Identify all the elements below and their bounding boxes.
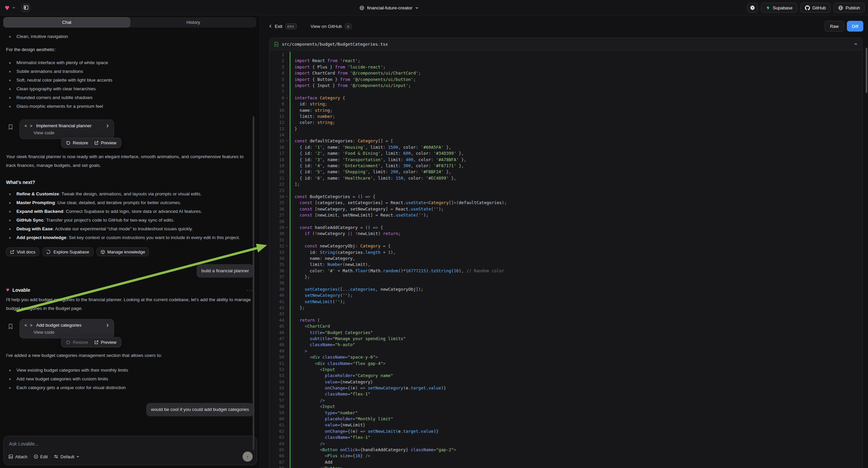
line-number: 68 [270,465,284,468]
model-selector[interactable]: Default [54,454,80,459]
fold-toggle [284,274,289,280]
fold-toggle [284,305,289,311]
chat-input[interactable] [9,441,251,446]
logo-menu-chevron-down-icon[interactable] [12,6,16,9]
view-on-github-button[interactable]: View on GitHub G [311,24,352,29]
code-line: 53 placeholder="Category name" [270,373,862,379]
bookmark-icon[interactable] [8,324,13,329]
publish-button[interactable]: Publish [833,3,865,13]
lovable-logo-icon[interactable]: ♥ [5,4,9,12]
restore-button[interactable]: Restore [66,140,88,145]
list-item: Refine & Customize: Tweak the design, an… [6,190,254,198]
preview-button[interactable]: Preview [94,140,117,145]
bookmark-icon[interactable] [8,124,13,130]
list-item: GitHub Sync: Transfer your project's cod… [6,216,254,225]
tab-chat[interactable]: Chat [3,17,130,28]
chevron-right-icon [106,124,109,128]
github-button[interactable]: GitHub [800,3,830,13]
line-number: 11 [270,114,284,119]
line-number: 18 [270,157,284,163]
supabase-button[interactable]: Supabase [761,3,797,13]
attach-button[interactable]: Attach [8,454,28,459]
assistant-intro-paragraph: I'll help you add budget categories to t… [6,295,254,313]
line-number: 28 [270,218,284,225]
line-number: 41 [270,299,284,305]
line-number: 29 [270,225,284,231]
line-number: 34 [270,256,284,262]
code-line: 14 [270,132,862,138]
code-scrollbar[interactable] [866,48,867,93]
fold-toggle[interactable]: ▾ [284,243,289,249]
fold-toggle[interactable]: ▾ [284,95,289,101]
manage-knowledge-button[interactable]: Manage knowledge [97,247,149,256]
code-line: 16 { id: '1', name: 'Housing', limit: 15… [270,144,862,150]
project-chevron-down-icon [415,6,419,10]
line-number: 61 [270,422,284,428]
explore-supabase-button[interactable]: Explore Supabase [42,247,93,256]
fold-toggle [284,360,289,367]
fold-toggle [284,311,289,317]
fold-toggle [284,429,289,434]
fold-toggle [284,144,289,150]
github-icon [805,5,810,10]
visit-docs-button[interactable]: Visit docs [6,247,39,256]
chat-panel: Chat History Clean, intuitive navigation… [0,16,260,468]
list-item: Expand with Backend: Connect Supabase to… [6,207,254,216]
chevron-down-icon [76,455,80,458]
raw-toggle-button[interactable]: Raw [825,21,844,32]
line-number: 17 [270,150,284,156]
restore-icon [66,340,70,345]
line-number: 1 [270,52,284,58]
code-line: 13} [270,126,862,132]
code-line: 39 setCategories([...categories, newCate… [270,286,862,292]
toggle-sidebar-button[interactable] [22,3,30,12]
settings-button[interactable] [747,3,758,13]
tab-history[interactable]: History [130,17,256,28]
user-message-bubble: would be cool if you could add budget ca… [146,403,254,416]
version-card-implement-financial-planner[interactable]: < > Implement financial planner View cod… [20,119,114,139]
fold-toggle[interactable]: ▾ [284,194,289,200]
collapse-file-button[interactable] [854,42,858,45]
code-line: 48 className="h-auto" [270,342,862,348]
line-number: 45 [270,323,284,329]
line-number: 33 [270,250,284,256]
code-line: 11 limit: number; [270,114,862,119]
chat-scrollbar[interactable] [253,116,254,450]
code-editor[interactable]: 12import React from 'react';3import { Pl… [270,50,862,468]
code-line: 10 name: string; [270,108,862,114]
diff-toggle-button[interactable]: Diff [847,21,863,32]
version-card-add-budget-categories[interactable]: < > Add budget categories View code Rest… [20,319,114,339]
fold-toggle[interactable]: ▾ [284,138,289,144]
fold-toggle [284,342,289,348]
fold-toggle [284,317,289,323]
fold-toggle[interactable]: ▾ [284,225,289,231]
clipped-bullet-list: Clean, intuitive navigation [6,32,254,41]
file-header[interactable]: src/components/budget/BudgetCategories.t… [270,38,862,50]
fold-toggle [284,157,289,163]
fold-toggle [284,367,289,373]
fold-toggle [284,200,289,206]
code-line: 12 color: string; [270,119,862,125]
code-line: 27 const [newLimit, setNewLimit] = React… [270,212,862,218]
project-switcher[interactable]: financial-future-creator [359,0,419,16]
version-card-title: Implement financial planner [36,123,103,128]
line-number: 31 [270,237,284,243]
line-number: 15 [270,138,284,144]
code-line: 34 name: newCategory, [270,256,862,262]
preview-button[interactable]: Preview [94,340,117,345]
restore-button[interactable]: Restore [66,340,88,345]
view-code-link[interactable]: View code [34,130,109,135]
exit-button[interactable]: Exit ESC [269,24,297,29]
code-line: 28 [270,218,862,225]
line-number: 24 [270,194,284,200]
chat-scrollback: Clean, intuitive navigation For the desi… [0,28,260,432]
code-line: 43 [270,311,862,317]
line-number: 35 [270,262,284,268]
top-bar: ♥ financial-future-creator Supabase [0,0,868,16]
edit-mode-button[interactable]: Edit [34,454,48,459]
send-button[interactable]: ↑ [243,451,253,462]
code-line: 18 { id: '3', name: 'Transportation', li… [270,157,862,163]
line-number: 20 [270,169,284,175]
view-code-link[interactable]: View code [34,330,109,335]
fold-toggle [284,286,289,292]
